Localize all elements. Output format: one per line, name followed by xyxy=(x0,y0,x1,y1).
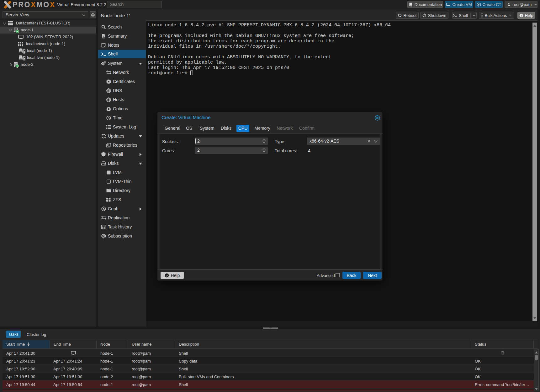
svg-text:?: ? xyxy=(166,274,168,277)
svg-text:?: ? xyxy=(520,14,522,17)
